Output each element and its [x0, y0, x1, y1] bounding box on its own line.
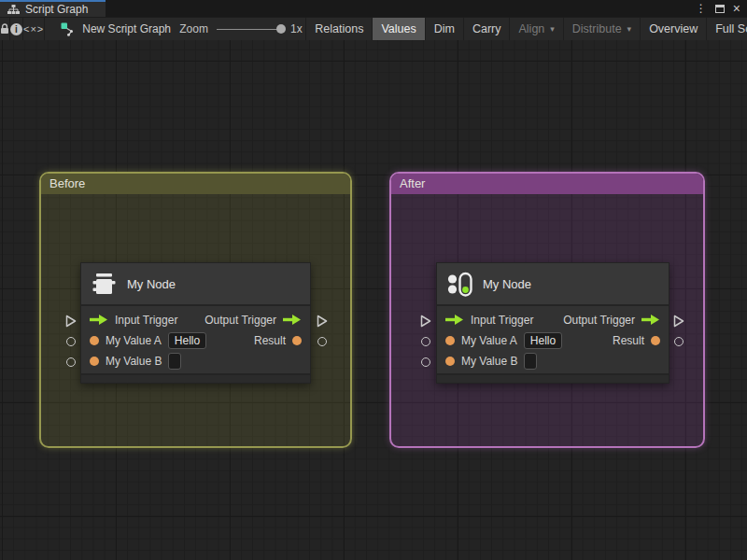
group-after-header[interactable]: After — [391, 174, 703, 194]
tab-bar: Script Graph ⋮ × — [0, 0, 747, 17]
value-port-icon[interactable] — [445, 336, 455, 345]
zoom-slider[interactable] — [217, 29, 282, 30]
node-header[interactable]: My Node — [81, 263, 310, 306]
value-port-icon[interactable] — [292, 336, 302, 345]
port-label: My Value A — [461, 334, 517, 347]
node-title: My Node — [127, 277, 176, 291]
port-label: Output Trigger — [563, 314, 635, 327]
graph-hierarchy-icon — [7, 5, 20, 15]
graph-canvas[interactable]: Before After My Nod — [0, 40, 747, 560]
external-flow-port-icon[interactable] — [317, 315, 328, 328]
value-port-icon[interactable] — [90, 336, 99, 345]
node-header[interactable]: My Node — [437, 263, 669, 306]
port-label: Result — [254, 334, 286, 347]
lock-icon — [0, 23, 9, 35]
zoom-label: Zoom — [179, 22, 208, 35]
carry-button[interactable]: Carry — [464, 18, 511, 40]
node-title: My Node — [483, 277, 531, 291]
port-label: Input Trigger — [471, 314, 533, 327]
value-port-icon[interactable] — [90, 357, 99, 366]
external-flow-port-icon[interactable] — [673, 315, 684, 328]
external-value-port-icon[interactable] — [66, 357, 76, 367]
overview-button[interactable]: Overview — [641, 18, 707, 40]
external-value-port-icon[interactable] — [66, 337, 76, 346]
info-button[interactable]: i — [10, 18, 23, 40]
close-icon[interactable]: × — [733, 2, 740, 15]
value-b-input[interactable] — [524, 353, 537, 370]
external-value-port-icon[interactable] — [317, 337, 327, 346]
code-icon: <×> — [23, 23, 44, 35]
maximize-icon[interactable] — [715, 5, 725, 13]
output-trigger-port-icon[interactable] — [283, 315, 302, 325]
dim-button[interactable]: Dim — [426, 18, 464, 40]
port-label: Result — [613, 334, 644, 347]
tab-script-graph[interactable]: Script Graph — [0, 0, 106, 17]
tab-title: Script Graph — [25, 3, 88, 16]
node-row-trigger: Input Trigger Output Trigger — [81, 310, 310, 329]
external-flow-port-icon[interactable] — [65, 315, 77, 328]
graph-title-area: New Script Graph — [45, 18, 170, 40]
new-graph-icon — [61, 22, 75, 36]
value-port-icon[interactable] — [651, 336, 660, 345]
value-b-input[interactable] — [168, 353, 181, 370]
node-row-value-b: My Value B — [81, 351, 310, 371]
external-flow-port-icon[interactable] — [420, 315, 431, 328]
node-row-trigger: Input Trigger Output Trigger — [437, 310, 669, 329]
group-before-header[interactable]: Before — [41, 174, 350, 194]
node-body: Input Trigger Output Trigger My Value A … — [81, 306, 310, 373]
zoom-slider-knob[interactable] — [276, 24, 286, 34]
menu-dots-icon[interactable]: ⋮ — [696, 3, 707, 14]
value-a-input[interactable]: Hello — [168, 332, 206, 349]
output-trigger-port-icon[interactable] — [641, 315, 660, 325]
group-title: Before — [49, 176, 85, 190]
port-label: My Value B — [461, 355, 517, 368]
value-port-icon[interactable] — [445, 357, 455, 366]
group-title: After — [400, 176, 425, 190]
window-controls: ⋮ × — [696, 0, 747, 17]
port-label: Input Trigger — [115, 314, 177, 327]
code-view-button[interactable]: <×> — [23, 18, 45, 40]
external-value-port-icon[interactable] — [421, 357, 430, 367]
node-footer — [437, 373, 669, 383]
port-label: My Value A — [106, 334, 162, 347]
info-icon: i — [10, 23, 22, 35]
node-footer — [81, 373, 310, 383]
chevron-down-icon: ▾ — [627, 24, 632, 34]
node-my-node-after[interactable]: My Node Input Trigger Output Trigger — [436, 262, 669, 384]
input-trigger-port-icon[interactable] — [90, 315, 108, 325]
port-label: Output Trigger — [204, 314, 276, 327]
external-value-port-icon[interactable] — [674, 337, 684, 346]
lock-button[interactable] — [0, 18, 10, 40]
node-my-node-before[interactable]: My Node Input Trigger Output Trigger — [80, 262, 311, 384]
chevron-down-icon: ▾ — [550, 24, 555, 34]
align-button[interactable]: Align▾ — [510, 18, 563, 40]
values-button[interactable]: Values — [373, 18, 425, 40]
toolbar-buttons: Relations Values Dim Carry Align▾ Distri… — [306, 18, 747, 40]
script-graph-window: Script Graph ⋮ × i <×> — [0, 0, 747, 560]
node-row-value-b: My Value B — [437, 351, 669, 371]
node-row-value-a: My Value A Hello Result — [437, 330, 669, 350]
value-a-input[interactable]: Hello — [524, 332, 562, 349]
node-body: Input Trigger Output Trigger My Value A … — [437, 306, 669, 373]
visual-scripting-icon — [447, 272, 472, 297]
zoom-value: 1x — [290, 22, 303, 35]
distribute-button[interactable]: Distribute▾ — [564, 18, 641, 40]
relations-button[interactable]: Relations — [306, 18, 373, 40]
input-trigger-port-icon[interactable] — [445, 315, 464, 325]
graph-toolbar: i <×> New Script Graph Zoom 1x — [0, 17, 747, 40]
node-row-value-a: My Value A Hello Result — [81, 330, 310, 350]
port-label: My Value B — [106, 355, 162, 368]
legacy-unit-icon — [92, 272, 117, 297]
external-value-port-icon[interactable] — [421, 337, 430, 346]
graph-title: New Script Graph — [82, 22, 171, 35]
full-screen-button[interactable]: Full Scr — [707, 18, 747, 40]
zoom-control: Zoom 1x — [170, 18, 306, 40]
